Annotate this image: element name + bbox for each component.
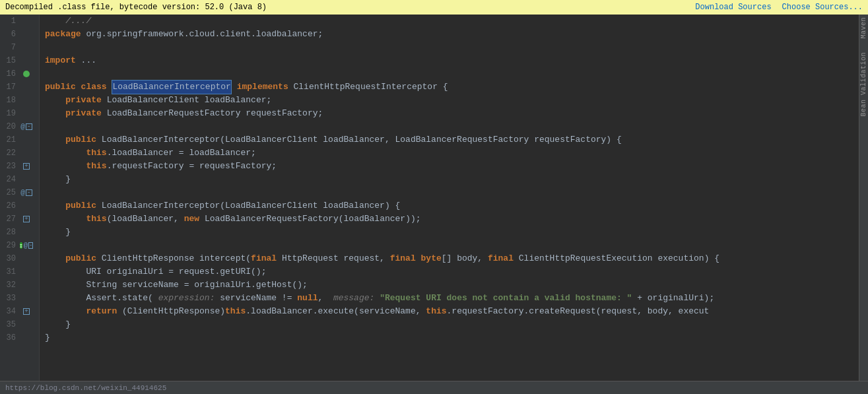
class-icon [23,71,30,77]
code-line-1: /.../ [45,15,859,28]
gutter-row-20: 20 @ - [0,120,39,133]
gutter-row-33: 33 [0,292,39,305]
code-line-18: private LoadBalancerRequestFactory reque… [45,107,859,120]
code-line-6: package org.springframework.cloud.client… [45,28,859,41]
gutter-row-31: 31 [0,265,39,279]
top-bar: Decompiled .class file, bytecode version… [0,0,868,15]
code-line-27: } [45,226,859,239]
top-bar-label: Decompiled .class file, bytecode version… [5,3,267,12]
download-sources-link[interactable]: Download Sources [695,3,771,12]
code-line-7 [45,41,859,54]
fold-close-icon-23[interactable]: + [23,163,30,170]
gutter-row-24: 24 [0,173,39,186]
code-line-31: String serviceName = originalUri.getHost… [45,279,859,292]
code-line-24 [45,186,859,199]
gutter-row-1: 1 [0,15,39,28]
code-line-20: public LoadBalancerInterceptor(LoadBalan… [45,133,859,147]
gutter-row-25: 25 @ - [0,186,39,199]
implements-icon: I [20,242,23,249]
choose-sources-link[interactable]: Choose Sources... [782,3,863,12]
code-line-26: this(loadBalancer, new LoadBalancerReque… [45,213,859,226]
code-line-blank [45,67,859,81]
line-number-gutter: 1 6 7 15 16 17 1 [0,15,40,381]
fold-icon[interactable]: - [26,123,32,130]
fold-close-icon-27[interactable]: + [23,216,30,222]
gutter-row-15: 15 [0,54,39,67]
gutter-row-23: 23 + [0,160,39,173]
right-side-tabs: Maven Bean Validation [859,15,868,381]
code-line-34: } [45,318,859,331]
at-marker: @ [20,123,25,131]
status-bar: https://blog.csdn.net/weixin_44914625 [0,381,868,394]
code-line-33: return (ClientHttpResponse)this.loadBala… [45,305,859,318]
gutter-row-29: 29 I @ - [0,239,39,252]
code-line-16: public class LoadBalancerInterceptor imp… [45,81,859,94]
bean-validation-tab-label[interactable]: Bean Validation [860,52,867,117]
maven-tab-label[interactable]: Maven [860,17,867,39]
gutter-row-22: 22 [0,147,39,160]
code-line-21: this.loadBalancer = loadBalancer; [45,147,859,160]
fold-close-icon-34[interactable]: + [23,308,30,315]
code-line-36 [45,345,859,358]
gutter-row-16: 16 [0,67,39,81]
gutter-row-26: 26 [0,199,39,213]
editor-area: 1 6 7 15 16 17 1 [0,15,868,381]
code-line-23: } [45,173,859,186]
gutter-row-7: 7 [0,41,39,54]
at-marker-29: @ [23,242,28,249]
gutter-row-35: 35 [0,318,39,331]
gutter-row-18: 18 [0,94,39,107]
code-area[interactable]: /.../ package org.springframework.cloud.… [40,15,859,381]
gutter-row-32: 32 [0,279,39,292]
gutter-row-27: 27 + [0,213,39,226]
fold-icon-25[interactable]: - [26,189,32,196]
code-line-29: public ClientHttpResponse intercept(fina… [45,252,859,265]
gutter-row-19: 19 [0,107,39,120]
selected-class-name: LoadBalancerInterceptor [112,80,231,94]
code-line-32: Assert.state( expression: serviceName !=… [45,292,859,305]
code-line-28 [45,239,859,252]
gutter-row-6: 6 [0,28,39,41]
gutter-row-17: 17 [0,81,39,94]
code-line-15: import ... [45,54,859,67]
at-marker-25: @ [20,189,25,197]
gutter-row-21: 21 [0,133,39,147]
gutter-row-30: 30 [0,252,39,265]
code-line-35: } [45,331,859,345]
code-line-22: this.requestFactory = requestFactory; [45,160,859,173]
gutter-row-36: 36 [0,331,39,345]
url-display: https://blog.csdn.net/weixin_44914625 [5,384,166,392]
code-line-19 [45,120,859,133]
code-line-25: public LoadBalancerInterceptor(LoadBalan… [45,199,859,213]
gutter-row-28: 28 [0,226,39,239]
gutter-row-34: 34 + [0,305,39,318]
code-line-30: URI originalUri = request.getURI(); [45,265,859,279]
fold-icon-29[interactable]: - [28,242,33,249]
top-bar-actions: Download Sources Choose Sources... [695,3,863,12]
code-line-17: private LoadBalancerClient loadBalancer; [45,94,859,107]
